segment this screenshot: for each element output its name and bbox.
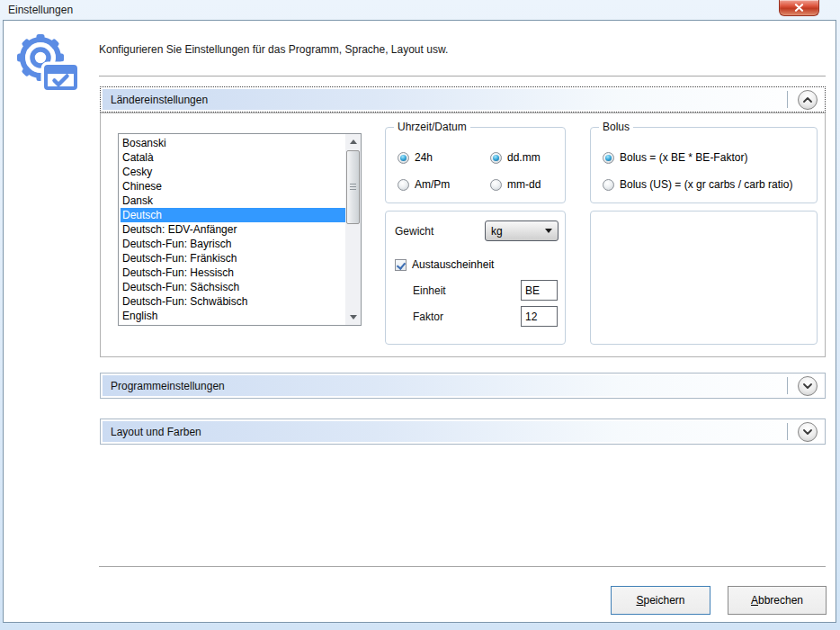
dialog-body: Konfigurieren Sie Einstellungen für das … bbox=[3, 20, 836, 623]
radio-icon bbox=[603, 179, 614, 191]
einheit-input[interactable] bbox=[521, 280, 558, 301]
list-item[interactable]: English bbox=[121, 309, 345, 323]
list-item[interactable]: Català bbox=[121, 150, 345, 165]
settings-gear-icon bbox=[14, 29, 83, 97]
list-item[interactable]: Deutsch-Fun: Schwäbisch bbox=[121, 294, 345, 309]
expand-button[interactable] bbox=[798, 376, 818, 396]
window-title: Einstellungen bbox=[8, 4, 73, 16]
list-item[interactable]: Bosanski bbox=[121, 136, 345, 150]
list-item[interactable]: Deutsch-Fun: Bayrisch bbox=[121, 237, 345, 251]
scroll-up-icon bbox=[350, 140, 357, 144]
bolus-extra-panel bbox=[590, 211, 818, 345]
cancel-button-mnemonic: A bbox=[751, 594, 758, 607]
section-separator bbox=[787, 377, 788, 394]
collapse-button[interactable] bbox=[798, 90, 818, 110]
language-listbox[interactable]: Bosanski Català Cesky Chinese Dansk Deut… bbox=[118, 133, 362, 326]
list-item[interactable]: Chinese bbox=[121, 179, 345, 194]
laendereinstellungen-panel: Bosanski Català Cesky Chinese Dansk Deut… bbox=[100, 112, 826, 357]
group-title: Bolus bbox=[599, 121, 633, 133]
radio-label: 24h bbox=[415, 151, 433, 164]
radio-icon bbox=[398, 152, 409, 164]
radio-label: dd.mm bbox=[507, 151, 541, 164]
section-header-programmeinstellungen[interactable]: Programmeinstellungen bbox=[100, 373, 826, 399]
section-separator bbox=[787, 423, 788, 440]
section-header-fill bbox=[103, 421, 823, 442]
bolus-group: Bolus Bolus = (x BE * BE-Faktor) Bolus (… bbox=[590, 127, 818, 203]
austauscheinheit-checkbox[interactable]: Austauscheinheit bbox=[395, 258, 494, 271]
footer-divider bbox=[99, 566, 826, 567]
list-item[interactable]: Dansk bbox=[121, 194, 345, 208]
titlebar[interactable]: Einstellungen bbox=[0, 0, 840, 20]
gewicht-group: Gewicht kg Austauscheinheit Einheit Fakt… bbox=[385, 211, 566, 345]
chevron-down-icon bbox=[803, 383, 812, 389]
scrollbar-thumb[interactable] bbox=[346, 150, 360, 224]
radio-option-ampm[interactable]: Am/Pm bbox=[398, 178, 450, 191]
uhrzeit-datum-group: Uhrzeit/Datum 24h dd.mm Am/Pm mm-dd bbox=[385, 127, 566, 203]
radio-option-mmdd[interactable]: mm-dd bbox=[490, 178, 541, 191]
radio-label: Am/Pm bbox=[415, 178, 450, 191]
list-item[interactable]: Deutsch bbox=[121, 208, 345, 222]
section-header-layout-und-farben[interactable]: Layout und Farben bbox=[100, 418, 826, 445]
group-title: Uhrzeit/Datum bbox=[394, 121, 470, 133]
radio-option-24h[interactable]: 24h bbox=[398, 151, 433, 164]
section-title: Programmeinstellungen bbox=[111, 380, 225, 392]
radio-icon bbox=[490, 179, 502, 191]
faktor-input[interactable] bbox=[521, 306, 558, 327]
dialog-description: Konfigurieren Sie Einstellungen für das … bbox=[99, 43, 448, 56]
list-item[interactable]: Deutsch: EDV-Anfänger bbox=[121, 222, 345, 237]
gewicht-label: Gewicht bbox=[395, 225, 433, 238]
gewicht-select[interactable]: kg bbox=[485, 220, 559, 241]
checkbox-label: Austauscheinheit bbox=[412, 258, 494, 271]
radio-label: Bolus (US) = (x gr carbs / carb ratio) bbox=[620, 178, 792, 191]
radio-label: Bolus = (x BE * BE-Faktor) bbox=[620, 151, 747, 164]
save-button-label: peichern bbox=[643, 594, 684, 607]
save-button[interactable]: Speichern bbox=[611, 586, 710, 615]
section-header-fill bbox=[103, 89, 823, 110]
faktor-label: Faktor bbox=[413, 310, 443, 323]
list-item[interactable]: Cesky bbox=[121, 165, 345, 179]
radio-option-bolus-us[interactable]: Bolus (US) = (x gr carbs / carb ratio) bbox=[603, 178, 792, 191]
language-list-scrollbar[interactable] bbox=[345, 134, 361, 325]
radio-icon bbox=[490, 152, 502, 164]
scroll-down-button[interactable] bbox=[345, 310, 361, 325]
settings-window: Einstellungen bbox=[0, 0, 840, 630]
language-list: Bosanski Català Cesky Chinese Dansk Deut… bbox=[119, 134, 345, 325]
section-title: Ländereinstellungen bbox=[111, 94, 208, 106]
checkbox-icon bbox=[395, 259, 407, 271]
scroll-up-button[interactable] bbox=[345, 134, 361, 149]
scroll-down-icon bbox=[350, 315, 357, 320]
section-title: Layout und Farben bbox=[111, 426, 201, 438]
list-item[interactable]: Deutsch-Fun: Hessisch bbox=[121, 266, 345, 280]
scrollbar-grip-icon bbox=[350, 184, 356, 191]
radio-label: mm-dd bbox=[507, 178, 541, 191]
radio-option-bolus-be[interactable]: Bolus = (x BE * BE-Faktor) bbox=[603, 151, 747, 164]
radio-icon bbox=[603, 152, 614, 164]
save-button-mnemonic: S bbox=[636, 594, 643, 607]
close-button[interactable] bbox=[779, 0, 819, 16]
radio-option-ddmm[interactable]: dd.mm bbox=[490, 151, 541, 164]
dropdown-arrow-icon bbox=[545, 229, 552, 233]
list-item[interactable]: Deutsch-Fun: Fränkisch bbox=[121, 251, 345, 266]
cancel-button[interactable]: Abbrechen bbox=[728, 586, 827, 615]
list-item[interactable]: Deutsch-Fun: Sächsisch bbox=[121, 280, 345, 294]
chevron-up-icon bbox=[803, 97, 812, 103]
header-divider bbox=[99, 76, 826, 76]
einheit-label: Einheit bbox=[413, 284, 446, 297]
section-header-laendereinstellungen[interactable]: Ländereinstellungen bbox=[100, 86, 826, 112]
select-value: kg bbox=[491, 225, 503, 238]
expand-button[interactable] bbox=[798, 422, 818, 442]
cancel-button-label: bbrechen bbox=[758, 594, 803, 607]
close-icon bbox=[794, 4, 804, 12]
radio-icon bbox=[398, 179, 409, 191]
section-separator bbox=[787, 91, 788, 108]
chevron-down-icon bbox=[803, 429, 812, 435]
